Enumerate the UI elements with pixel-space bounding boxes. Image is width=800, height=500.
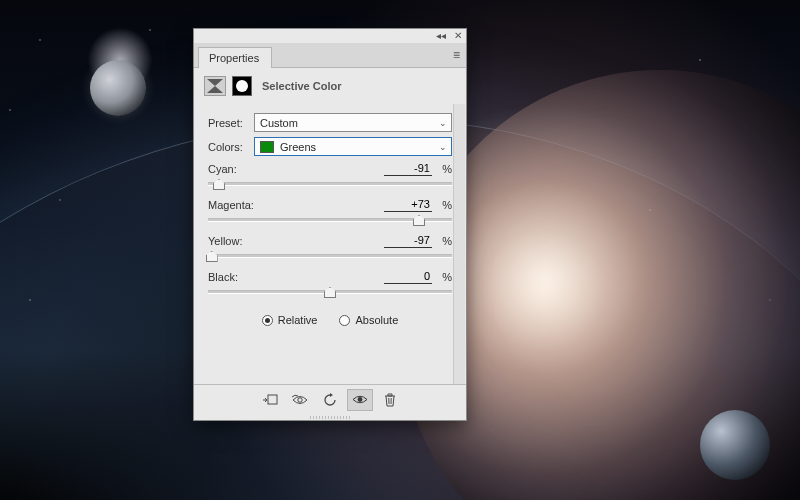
magenta-input[interactable] [384, 198, 432, 212]
colors-value: Greens [280, 141, 316, 153]
yellow-label: Yellow: [208, 235, 384, 247]
selective-color-icon[interactable] [204, 76, 226, 96]
black-label: Black: [208, 271, 384, 283]
yellow-track[interactable] [208, 250, 452, 264]
chevron-down-icon: ⌄ [439, 118, 447, 128]
view-previous-state-button[interactable] [287, 389, 313, 411]
cyan-track[interactable] [208, 178, 452, 192]
cyan-thumb[interactable] [213, 179, 225, 190]
cyan-input[interactable] [384, 162, 432, 176]
delete-adjustment-button[interactable] [377, 389, 403, 411]
collapse-icon[interactable]: ◂◂ [436, 31, 446, 41]
yellow-unit: % [438, 235, 452, 247]
black-track[interactable] [208, 286, 452, 300]
colors-label: Colors: [208, 141, 248, 153]
absolute-label: Absolute [355, 314, 398, 326]
magenta-label: Magenta: [208, 199, 384, 211]
panel-resize-grip[interactable] [194, 414, 466, 420]
black-thumb[interactable] [324, 287, 336, 298]
panel-scrollbar[interactable] [453, 104, 465, 384]
panel-body: Preset: Custom ⌄ Colors: Greens ⌄ Cyan: … [194, 104, 466, 384]
relative-label: Relative [278, 314, 318, 326]
yellow-slider: Yellow: % [208, 234, 452, 264]
absolute-radio[interactable]: Absolute [339, 314, 398, 326]
black-slider: Black: % [208, 270, 452, 300]
magenta-track[interactable] [208, 214, 452, 228]
colors-select[interactable]: Greens ⌄ [254, 137, 452, 156]
yellow-thumb[interactable] [206, 251, 218, 262]
preset-row: Preset: Custom ⌄ [208, 113, 452, 132]
magenta-thumb[interactable] [413, 215, 425, 226]
cyan-slider: Cyan: % [208, 162, 452, 192]
yellow-input[interactable] [384, 234, 432, 248]
background-planet-small [700, 410, 770, 480]
background-moon [90, 60, 146, 116]
reset-button[interactable] [317, 389, 343, 411]
magenta-unit: % [438, 199, 452, 211]
radio-on-icon [262, 315, 273, 326]
cyan-unit: % [438, 163, 452, 175]
toggle-visibility-button[interactable] [347, 389, 373, 411]
preset-select[interactable]: Custom ⌄ [254, 113, 452, 132]
svg-point-2 [298, 397, 302, 401]
adjustment-title: Selective Color [262, 80, 341, 92]
adjustment-header: Selective Color [194, 68, 466, 104]
close-icon[interactable]: ✕ [454, 31, 462, 41]
method-radios: Relative Absolute [208, 314, 452, 326]
chevron-down-icon: ⌄ [439, 142, 447, 152]
panel-tabs: Properties ≡ [194, 43, 466, 68]
properties-panel: ◂◂ ✕ Properties ≡ Selective Color Preset… [193, 28, 467, 421]
svg-rect-1 [268, 395, 277, 404]
cyan-label: Cyan: [208, 163, 384, 175]
radio-off-icon [339, 315, 350, 326]
panel-flyout-menu-icon[interactable]: ≡ [453, 48, 460, 62]
preset-value: Custom [260, 117, 298, 129]
colors-row: Colors: Greens ⌄ [208, 137, 452, 156]
panel-titlebar[interactable]: ◂◂ ✕ [194, 29, 466, 43]
preset-label: Preset: [208, 117, 248, 129]
black-unit: % [438, 271, 452, 283]
relative-radio[interactable]: Relative [262, 314, 318, 326]
black-input[interactable] [384, 270, 432, 284]
tab-properties[interactable]: Properties [198, 47, 272, 68]
svg-point-3 [358, 397, 363, 402]
svg-marker-0 [207, 79, 223, 93]
panel-footer [194, 384, 466, 414]
magenta-slider: Magenta: % [208, 198, 452, 228]
clip-to-layer-button[interactable] [257, 389, 283, 411]
colors-swatch [260, 141, 274, 153]
layer-mask-icon[interactable] [232, 76, 252, 96]
